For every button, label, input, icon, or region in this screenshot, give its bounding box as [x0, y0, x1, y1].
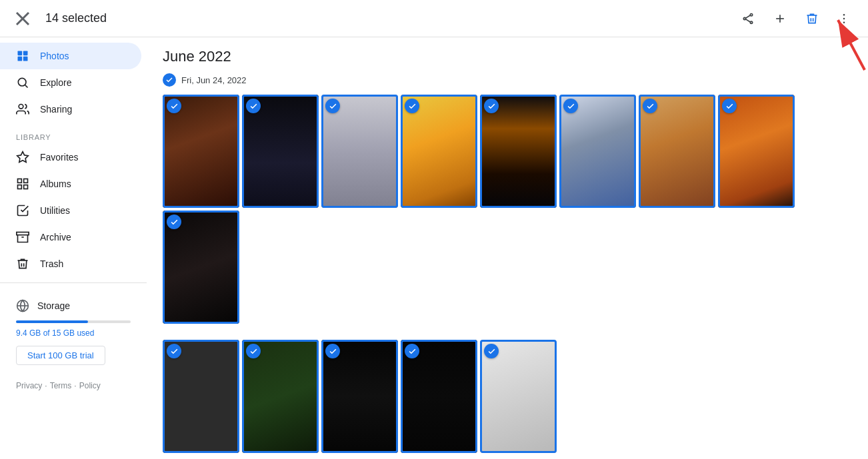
date-row-2022: Fri, Jun 24, 2022 [163, 73, 852, 87]
sidebar-item-sharing[interactable]: Sharing [0, 96, 141, 123]
sidebar-item-explore-label: Explore [40, 77, 71, 88]
topbar: 14 selected [0, 0, 868, 37]
storage-title: Storage [37, 300, 70, 311]
storage-text: 9.4 GB of 15 GB used [16, 328, 131, 338]
sidebar-item-explore[interactable]: Explore [0, 69, 141, 96]
svg-rect-24 [24, 185, 28, 189]
add-button[interactable] [767, 5, 793, 32]
svg-marker-21 [17, 152, 29, 163]
check-badge [246, 344, 261, 358]
check-badge [167, 215, 181, 229]
terms-link[interactable]: Terms [50, 381, 72, 390]
check-badge [722, 99, 737, 113]
svg-rect-23 [24, 179, 28, 183]
photo-item[interactable] [718, 95, 795, 208]
svg-point-3 [743, 17, 745, 19]
dot-2: · [74, 381, 76, 390]
svg-rect-14 [18, 51, 23, 56]
check-badge [246, 99, 261, 113]
sidebar-item-photos[interactable]: Photos [0, 43, 141, 69]
share-button[interactable] [735, 5, 761, 32]
photo-item[interactable] [242, 95, 319, 208]
photo-grid-2022-row2 [163, 340, 852, 453]
svg-point-11 [843, 21, 845, 23]
content-area: June 2022 Fri, Jun 24, 2022 [147, 37, 868, 459]
selected-count: 14 selected [45, 11, 107, 25]
sidebar-item-albums[interactable]: Albums [0, 171, 141, 197]
photo-item[interactable] [321, 340, 398, 453]
svg-point-2 [750, 13, 752, 15]
sidebar-item-archive-label: Archive [40, 232, 71, 242]
storage-bar-container [16, 320, 131, 323]
check-badge [484, 99, 499, 113]
privacy-link[interactable]: Privacy [16, 381, 42, 390]
photo-item[interactable] [321, 95, 398, 208]
sidebar-footer: Privacy · Terms · Policy [0, 376, 147, 396]
check-badge [484, 344, 499, 358]
check-badge [167, 99, 181, 113]
sidebar-item-albums-label: Albums [40, 179, 71, 189]
delete-button[interactable] [799, 5, 825, 32]
photo-item[interactable] [639, 95, 715, 208]
svg-rect-22 [18, 179, 22, 183]
dot-1: · [45, 381, 47, 390]
check-badge [325, 344, 340, 358]
start-trial-button[interactable]: Start 100 GB trial [16, 346, 105, 365]
storage-bar [16, 320, 88, 323]
sidebar-item-utilities-label: Utilities [40, 205, 70, 216]
svg-point-10 [843, 17, 845, 19]
check-badge [167, 344, 181, 358]
date-label-2022: Fri, Jun 24, 2022 [181, 75, 247, 85]
check-badge [405, 99, 419, 113]
sidebar: Photos Explore Sharing LIBRARY Favorites [0, 37, 147, 459]
sidebar-item-photos-label: Photos [40, 51, 69, 61]
photo-item[interactable] [559, 95, 636, 208]
svg-line-6 [746, 19, 751, 21]
photo-item[interactable] [242, 340, 319, 453]
sidebar-item-trash-label: Trash [40, 258, 63, 269]
photo-item[interactable] [480, 95, 557, 208]
check-badge [325, 99, 340, 113]
storage-label: Storage [16, 299, 131, 312]
photo-item[interactable] [163, 95, 239, 208]
svg-point-4 [750, 21, 752, 23]
svg-point-9 [843, 13, 845, 15]
photo-item[interactable] [480, 340, 557, 453]
section-2022-title: June 2022 [163, 48, 852, 65]
more-options-button[interactable] [831, 5, 857, 32]
check-badge [643, 99, 657, 113]
photo-item[interactable] [401, 340, 477, 453]
policy-link[interactable]: Policy [79, 381, 101, 390]
photo-grid-2022-row1 [163, 95, 852, 324]
sidebar-item-favorites-label: Favorites [40, 152, 79, 163]
main-layout: Photos Explore Sharing LIBRARY Favorites [0, 37, 868, 459]
library-section-label: LIBRARY [0, 123, 147, 144]
check-badge [405, 344, 419, 358]
topbar-left: 14 selected [11, 7, 107, 31]
sidebar-item-sharing-label: Sharing [40, 104, 72, 115]
sidebar-divider [0, 282, 147, 283]
sidebar-item-utilities[interactable]: Utilities [0, 197, 141, 224]
svg-line-19 [25, 85, 28, 88]
storage-section: Storage 9.4 GB of 15 GB used Start 100 G… [0, 288, 147, 376]
sidebar-item-favorites[interactable]: Favorites [0, 144, 141, 171]
svg-rect-16 [18, 57, 23, 61]
svg-point-20 [19, 105, 23, 109]
svg-rect-15 [23, 51, 28, 56]
topbar-right [735, 5, 857, 32]
photo-item[interactable] [163, 211, 239, 324]
photo-item[interactable] [163, 340, 239, 453]
svg-rect-25 [18, 185, 22, 189]
close-button[interactable] [11, 7, 35, 31]
svg-point-18 [18, 78, 26, 86]
section-2022: June 2022 Fri, Jun 24, 2022 [163, 48, 852, 453]
date-check-icon [163, 73, 176, 87]
check-badge [563, 99, 578, 113]
photo-item[interactable] [401, 95, 477, 208]
sidebar-item-archive[interactable]: Archive [0, 224, 141, 250]
svg-rect-26 [17, 232, 29, 235]
svg-line-5 [746, 15, 751, 18]
sidebar-item-trash[interactable]: Trash [0, 250, 141, 277]
svg-rect-17 [23, 57, 28, 61]
